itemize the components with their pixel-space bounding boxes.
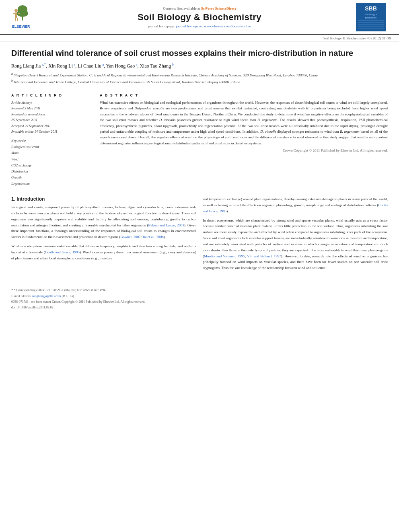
keyword-2: Moss xyxy=(11,150,92,156)
species-4: D. vinealis xyxy=(159,118,175,122)
keywords-block: Keywords: Biological soil crust Moss Win… xyxy=(11,138,92,187)
author-li-chao-liu: Li Chao Liu xyxy=(78,63,101,69)
article-info-heading: A R T I C L E I N F O xyxy=(11,93,92,97)
body-col-left: 1. Introduction Biological soil crusts, … xyxy=(11,196,196,274)
svg-rect-8 xyxy=(15,18,16,21)
divider-1 xyxy=(11,89,388,89)
ref-bowker[interactable]: Bowker, 2007 xyxy=(120,235,141,239)
affiliations: a Shapotou Desert Research and Experimen… xyxy=(11,72,388,85)
ref-belnap[interactable]: Belnap and Lange, 2003 xyxy=(148,223,184,227)
svg-rect-16 xyxy=(358,23,384,23)
author-rong-liang-jia: Rong Liang Jia xyxy=(11,63,41,69)
homepage-link[interactable]: journal homepage: www.elsevier.com/locat… xyxy=(176,24,251,28)
sbb-logo-icon: SBB Soil Biology & Biochemistry xyxy=(356,3,386,31)
history-label: Article history: xyxy=(11,100,92,105)
ref-coutts2[interactable]: Coutts and Grace, 1995 xyxy=(203,203,388,213)
footnote-email-link[interactable]: rongliangja@163.com xyxy=(32,294,61,298)
species-7: B. argenteum xyxy=(340,129,360,134)
elsevier-logo-container: ELSEVIER xyxy=(8,3,48,31)
ref-jia[interactable]: Jia et al., 2008 xyxy=(143,235,164,239)
ref-vitt[interactable]: Vitt and Belland, 1997 xyxy=(247,254,281,258)
sciverse-link[interactable]: SciVerse ScienceDirect xyxy=(201,6,236,10)
svg-text:SBB: SBB xyxy=(365,5,377,12)
keyword-6: Growth xyxy=(11,175,92,181)
body-para-2: Wind is a ubiquitous environmental varia… xyxy=(11,243,196,261)
header-center: Contents lists available at SciVerse Sci… xyxy=(48,3,351,31)
ref-coutts1[interactable]: Coutts and Grace, 1995 xyxy=(45,250,80,254)
species-6: D. vinealis xyxy=(260,129,276,134)
divider-2 xyxy=(11,192,388,192)
body-col-right: and temperature exchange) around plant o… xyxy=(203,196,388,274)
footnote-doi: doi:10.1016/j.soilbio.2011.09.021 xyxy=(11,305,388,310)
author-xin-rong-li: Xin Rong Li xyxy=(48,63,73,69)
journal-header: ELSEVIER Contents lists available at Sci… xyxy=(0,0,399,35)
footnote-email: E-mail address: rongliangja@163.com (R.L… xyxy=(11,294,388,299)
svg-rect-15 xyxy=(358,21,384,21)
author-yan-hong-gao: Yan Hong Gao xyxy=(106,63,135,69)
keyword-4: CO2 exchange xyxy=(11,162,92,168)
sbb-logo-container: SBB Soil Biology & Biochemistry xyxy=(351,3,391,31)
svg-rect-9 xyxy=(17,18,18,21)
body-para-4: In desert ecosystems, which are characte… xyxy=(203,218,388,271)
page: ELSEVIER Contents lists available at Sci… xyxy=(0,0,399,532)
article-history: Article history: Received 3 May 2011 Rec… xyxy=(11,100,92,135)
ref-muotka[interactable]: Muotka and Virtanen, 1995 xyxy=(204,254,245,258)
abstract-text: Wind has extensive effects on biological… xyxy=(100,100,388,146)
affil-b: b International Economic and Trade Colle… xyxy=(11,78,388,85)
sciverse-line: Contents lists available at SciVerse Sci… xyxy=(163,6,236,10)
body-content: 1. Introduction Biological soil crusts, … xyxy=(11,196,388,274)
elsevier-logo-icon: ELSEVIER xyxy=(10,4,46,31)
svg-rect-6 xyxy=(13,13,15,14)
section1-title: 1. Introduction xyxy=(11,196,196,202)
species-1: Bryum argenteum xyxy=(100,106,126,110)
received-revised-label: Received in revised form xyxy=(11,111,92,117)
accepted-date: Accepted 29 September 2011 xyxy=(11,123,92,129)
abstract-heading: A B S T R A C T xyxy=(100,93,388,97)
article-title: Differential wind tolerance of soil crus… xyxy=(11,48,388,58)
affil-a: a Shapotou Desert Research and Experimen… xyxy=(11,72,388,78)
journal-citation: Soil Biology & Biochemistry 45 (2012) 31… xyxy=(0,35,399,41)
svg-rect-18 xyxy=(358,27,384,27)
author-xiao-tao-zhang: Xiao Tao Zhang xyxy=(140,63,171,69)
main-content: Differential wind tolerance of soil crus… xyxy=(0,41,399,281)
article-info-column: A R T I C L E I N F O Article history: R… xyxy=(11,93,92,187)
journal-title-header: Soil Biology & Biochemistry xyxy=(138,12,261,23)
sciverse-text: Contents lists available at xyxy=(163,6,200,10)
species-2: Didymodon vinealis xyxy=(134,106,164,110)
received-date: Received 3 May 2011 xyxy=(11,105,92,111)
journal-homepage: journal homepage: journal homepage: www.… xyxy=(148,24,251,28)
footnote-issn: 0038-0717/$ – see front matter Crown Cop… xyxy=(11,300,388,304)
keyword-1: Biological soil crust xyxy=(11,144,92,150)
body-para-1: Biological soil crusts, composed primari… xyxy=(11,204,196,240)
body-para-3: and temperature exchange) around plant o… xyxy=(203,196,388,214)
svg-rect-19 xyxy=(358,29,384,29)
keywords-heading: Keywords: xyxy=(11,138,92,144)
article-info-abstract: A R T I C L E I N F O Article history: R… xyxy=(11,93,388,187)
authors-line: Rong Liang Jia a,*, Xin Rong Li a, Li Ch… xyxy=(11,62,388,69)
abstract-column: A B S T R A C T Wind has extensive effec… xyxy=(100,93,388,187)
svg-text:ELSEVIER: ELSEVIER xyxy=(12,25,30,29)
keyword-3: Wind xyxy=(11,156,92,162)
keyword-5: Distribution xyxy=(11,168,92,175)
species-3: B. argenteum xyxy=(306,106,326,110)
keyword-7: Regeneration xyxy=(11,181,92,187)
copyright-line: Crown Copyright © 2011 Published by Else… xyxy=(100,148,388,152)
available-date: Available online 14 October 2011 xyxy=(11,129,92,134)
received-revised-date: 25 September 2011 xyxy=(11,117,92,123)
svg-text:Soil Biology &: Soil Biology & xyxy=(364,13,377,16)
footer: * * Corresponding author. Tel.: +86 931 … xyxy=(0,285,399,313)
species-5: B. argenteum xyxy=(257,118,277,122)
svg-point-4 xyxy=(14,9,18,12)
homepage-text: journal homepage: xyxy=(148,24,176,28)
footnote-corresponding: * * Corresponding author. Tel.: +86 931 … xyxy=(11,288,388,293)
svg-rect-7 xyxy=(18,13,20,14)
svg-text:Biochemistry: Biochemistry xyxy=(365,16,376,19)
svg-rect-17 xyxy=(358,25,384,25)
